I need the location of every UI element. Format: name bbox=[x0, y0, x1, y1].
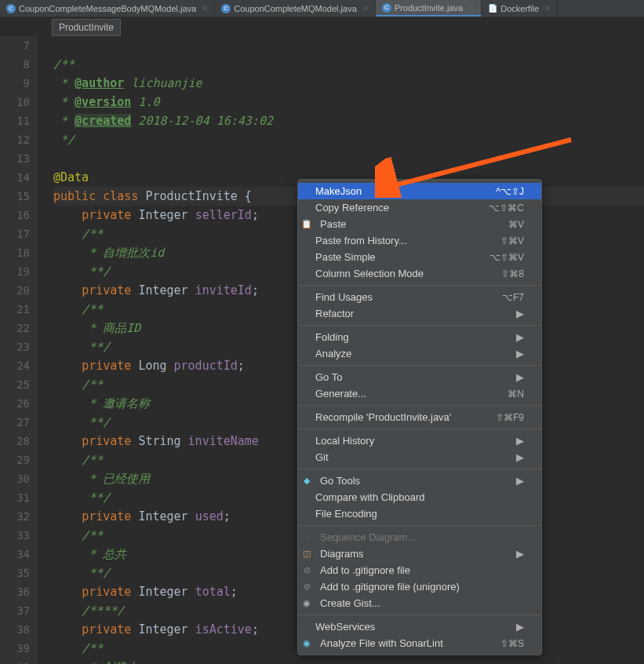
menu-folding[interactable]: Folding ▶ bbox=[298, 329, 541, 345]
close-icon[interactable]: ✕ bbox=[362, 4, 369, 13]
menu-copy-reference[interactable]: Copy Reference ⌥⇧⌘C bbox=[298, 199, 541, 216]
menu-find-usages[interactable]: Find Usages ⌥F7 bbox=[298, 289, 541, 305]
menu-file-encoding[interactable]: File Encoding bbox=[298, 505, 541, 522]
code-line: * @version 1.0 bbox=[53, 93, 644, 111]
gutter-num: 21 bbox=[0, 300, 30, 319]
menu-label: Diagrams bbox=[320, 548, 364, 560]
tab-coupon-mq[interactable]: C CouponCompleteMQModel.java ✕ bbox=[215, 0, 376, 16]
menu-go-tools[interactable]: ◆Go Tools ▶ bbox=[298, 472, 541, 489]
menu-label: Paste bbox=[320, 218, 346, 230]
menu-label: Go Tools bbox=[320, 475, 360, 487]
gutter-num: 34 bbox=[0, 545, 30, 564]
menu-label: Go To bbox=[315, 371, 342, 383]
gutter-num: 20 bbox=[0, 281, 30, 300]
sonar-icon: ◉ bbox=[301, 638, 312, 649]
menu-sonarlint[interactable]: ◉Analyze File with SonarLint ⇧⌘S bbox=[298, 635, 541, 651]
gutter-num: 13 bbox=[0, 149, 30, 168]
menu-paste[interactable]: 📋Paste ⌘V bbox=[298, 216, 541, 232]
annotation-arrow bbox=[375, 135, 579, 198]
menu-local-history[interactable]: Local History ▶ bbox=[298, 432, 541, 449]
context-menu: MakeJson ^⌥⇧J Copy Reference ⌥⇧⌘C 📋Paste… bbox=[297, 179, 542, 655]
menu-sequence-diagram: ⋮Sequence Diagram... bbox=[298, 529, 541, 545]
gutter-num: 27 bbox=[0, 413, 30, 432]
menu-paste-history[interactable]: Paste from History... ⇧⌘V bbox=[298, 232, 541, 249]
code-line: /** bbox=[53, 55, 644, 74]
line-gutter: 7 8 9 10 11 12 13 14 15 16 17 18 19 20 2… bbox=[0, 36, 38, 664]
menu-goto[interactable]: Go To ▶ bbox=[298, 369, 541, 385]
gutter-num: 11 bbox=[0, 111, 30, 130]
menu-label: WebServices bbox=[315, 621, 375, 633]
chevron-right-icon: ▶ bbox=[516, 331, 524, 343]
gutter-num: 33 bbox=[0, 526, 30, 545]
gutter-num: 22 bbox=[0, 319, 30, 337]
editor-tabs: C CouponCompleteMessageBodyMQModel.java … bbox=[0, 0, 644, 17]
menu-label: Sequence Diagram... bbox=[320, 531, 416, 543]
menu-shortcut: ⌥⇧⌘V bbox=[489, 252, 524, 263]
menu-refactor[interactable]: Refactor ▶ bbox=[298, 305, 541, 322]
menu-recompile[interactable]: Recompile 'ProductInvite.java' ⇧⌘F9 bbox=[298, 409, 541, 425]
tab-dockerfile[interactable]: 📄 Dockerfile ✕ bbox=[482, 0, 558, 16]
menu-label: Analyze bbox=[315, 348, 351, 359]
menu-separator bbox=[298, 469, 541, 469]
menu-add-gitignore-un[interactable]: ⊘Add to .gitignore file (unignore) bbox=[298, 578, 541, 595]
menu-label: Refactor bbox=[315, 308, 354, 319]
gutter-num: 40 bbox=[0, 658, 30, 664]
menu-shortcut: ⇧⌘V bbox=[500, 235, 524, 246]
menu-label: Find Usages bbox=[315, 291, 373, 303]
close-icon[interactable]: ✕ bbox=[468, 3, 475, 12]
menu-git[interactable]: Git ▶ bbox=[298, 449, 541, 465]
gutter-num: 7 bbox=[0, 36, 30, 55]
breadcrumb[interactable]: ProductInvite bbox=[52, 19, 121, 36]
svg-line-0 bbox=[389, 140, 571, 187]
gutter-num: 38 bbox=[0, 620, 30, 639]
menu-label: Git bbox=[315, 451, 329, 463]
close-icon[interactable]: ✕ bbox=[544, 4, 551, 13]
tab-label: CouponCompleteMQModel.java bbox=[234, 4, 357, 13]
menu-diagrams[interactable]: ◫Diagrams ▶ bbox=[298, 545, 541, 562]
go-icon: ◆ bbox=[301, 476, 312, 487]
menu-label: Generate... bbox=[315, 388, 366, 399]
menu-webservices[interactable]: WebServices ▶ bbox=[298, 618, 541, 635]
chevron-right-icon: ▶ bbox=[516, 435, 524, 447]
gitignore-icon: ⊘ bbox=[301, 565, 312, 576]
tab-product-invite[interactable]: C ProductInvite.java ✕ bbox=[376, 0, 482, 16]
tab-coupon-body[interactable]: C CouponCompleteMessageBodyMQModel.java … bbox=[0, 0, 215, 16]
code-line: * @author lichuanjie bbox=[53, 74, 644, 93]
breadcrumb-bar: ProductInvite bbox=[0, 17, 644, 33]
gitignore-icon: ⊘ bbox=[301, 582, 312, 593]
menu-paste-simple[interactable]: Paste Simple ⌥⇧⌘V bbox=[298, 249, 541, 265]
menu-shortcut: ⇧⌘F9 bbox=[496, 412, 524, 423]
gutter-num: 10 bbox=[0, 93, 30, 111]
gutter-num: 19 bbox=[0, 262, 30, 281]
tab-label: Dockerfile bbox=[500, 4, 539, 13]
menu-add-gitignore[interactable]: ⊘Add to .gitignore file bbox=[298, 562, 541, 578]
github-icon: ◉ bbox=[301, 598, 312, 609]
menu-analyze[interactable]: Analyze ▶ bbox=[298, 345, 541, 362]
gutter-num: 18 bbox=[0, 243, 30, 262]
menu-shortcut: ⌘N bbox=[508, 389, 524, 399]
chevron-right-icon: ▶ bbox=[516, 451, 524, 463]
menu-label: Local History bbox=[315, 435, 374, 447]
menu-label: Recompile 'ProductInvite.java' bbox=[315, 411, 451, 423]
diagram-icon: ◫ bbox=[301, 549, 312, 560]
chevron-right-icon: ▶ bbox=[516, 548, 524, 560]
close-icon[interactable]: ✕ bbox=[202, 4, 208, 13]
menu-separator bbox=[298, 525, 541, 526]
menu-separator bbox=[298, 405, 541, 406]
gutter-num: 23 bbox=[0, 337, 30, 356]
gutter-num: 31 bbox=[0, 488, 30, 507]
menu-label: File Encoding bbox=[315, 508, 377, 520]
menu-shortcut: ⇧⌘S bbox=[500, 638, 524, 649]
menu-column-selection[interactable]: Column Selection Mode ⇧⌘8 bbox=[298, 265, 541, 282]
menu-generate[interactable]: Generate... ⌘N bbox=[298, 385, 541, 402]
menu-separator bbox=[298, 365, 541, 366]
gutter-num: 25 bbox=[0, 375, 30, 394]
gutter-num: 28 bbox=[0, 432, 30, 451]
menu-create-gist[interactable]: ◉Create Gist... bbox=[298, 595, 541, 611]
menu-compare-clipboard[interactable]: Compare with Clipboard bbox=[298, 489, 541, 505]
java-class-icon: C bbox=[382, 3, 391, 13]
gutter-num: 30 bbox=[0, 469, 30, 488]
gutter-num: 39 bbox=[0, 639, 30, 658]
code-line bbox=[53, 36, 644, 55]
menu-label: Folding bbox=[315, 331, 349, 343]
